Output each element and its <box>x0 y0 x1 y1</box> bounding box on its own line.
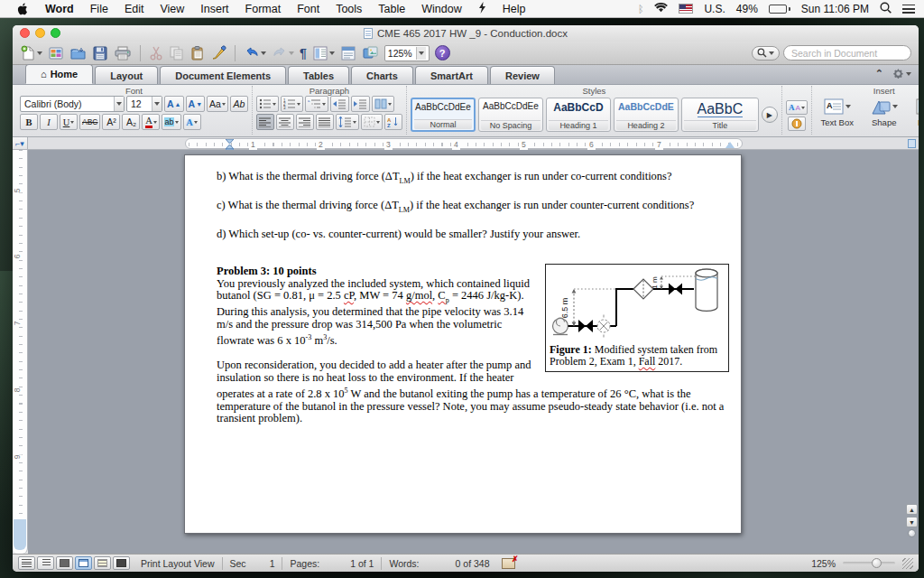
toolbar-zoom-select[interactable]: 125% <box>384 45 430 61</box>
tab-tables[interactable]: Tables <box>288 66 349 84</box>
menu-item-table[interactable]: Table <box>370 3 413 15</box>
new-document-button[interactable] <box>20 45 42 61</box>
change-styles-button[interactable]: AA <box>786 100 808 115</box>
wifi-icon[interactable] <box>654 3 668 15</box>
tab-charts[interactable]: Charts <box>351 66 413 84</box>
paste-button[interactable] <box>189 45 205 61</box>
style-no-spacing[interactable]: AaBbCcDdEe No Spacing <box>478 98 543 132</box>
style-title[interactable]: AaBbC Title <box>681 98 759 132</box>
browse-object-button[interactable] <box>908 529 916 537</box>
figure-1-box[interactable]: 6.5 m 1 m Figure 1: Modified system take… <box>545 264 729 372</box>
layout-columns-button[interactable] <box>312 45 335 61</box>
outline-view-button[interactable] <box>37 556 54 570</box>
manage-styles-button[interactable] <box>788 117 806 131</box>
font-family-caret-icon[interactable] <box>116 102 122 106</box>
increase-indent-button[interactable] <box>351 96 370 112</box>
media-browser-button[interactable] <box>362 45 379 61</box>
publishing-layout-view-button[interactable] <box>56 556 73 570</box>
scroll-up-button[interactable]: ▲ <box>906 504 918 515</box>
right-indent-marker[interactable] <box>725 142 735 148</box>
text-box-caret-icon[interactable] <box>845 105 851 108</box>
bluetooth-icon[interactable]: ᛒ <box>638 4 644 14</box>
line-spacing-button[interactable] <box>336 114 359 130</box>
align-center-button[interactable] <box>276 114 294 130</box>
menu-item-edit[interactable]: Edit <box>116 3 152 15</box>
battery-icon[interactable] <box>769 5 790 14</box>
words-label[interactable]: Words: <box>389 558 419 569</box>
copy-icon[interactable] <box>169 45 184 61</box>
search-input[interactable] <box>783 45 911 61</box>
menu-item-word[interactable]: Word <box>37 3 82 15</box>
minimize-window-button[interactable] <box>35 28 45 38</box>
font-color-button[interactable]: A <box>142 114 160 130</box>
spelling-status-icon[interactable] <box>502 558 515 569</box>
redo-button[interactable] <box>272 46 294 61</box>
change-case-button[interactable]: Aa <box>207 96 228 112</box>
styles-gallery-expand-button[interactable]: ▶ <box>762 107 778 123</box>
shrink-font-button[interactable]: A▼ <box>186 96 206 112</box>
zoom-caret-icon[interactable] <box>419 51 424 55</box>
script-menu-icon[interactable] <box>470 2 494 16</box>
document-page[interactable]: b) What is the thermal driving force (ΔT… <box>184 154 742 534</box>
undo-button[interactable] <box>244 46 266 61</box>
font-size-caret-icon[interactable] <box>154 102 160 106</box>
insert-shape-button[interactable]: Shape <box>863 97 906 127</box>
strikethrough-button[interactable]: ABC <box>79 114 100 130</box>
insert-picture-button[interactable]: Picture <box>910 97 919 127</box>
ruler-toggle-icon[interactable] <box>908 139 916 148</box>
words-value[interactable]: 0 of 348 <box>456 558 490 569</box>
sort-button[interactable]: AZ <box>384 114 402 130</box>
tab-document-elements[interactable]: Document Elements <box>160 66 286 84</box>
search-caret-icon[interactable] <box>769 51 774 55</box>
decrease-indent-button[interactable] <box>330 96 349 112</box>
menu-item-font[interactable]: Font <box>289 3 328 15</box>
clear-formatting-button[interactable]: Ab <box>230 96 248 112</box>
view-name-label[interactable]: Print Layout View <box>141 558 215 569</box>
menu-item-help[interactable]: Help <box>494 3 534 15</box>
align-right-button[interactable] <box>296 114 314 130</box>
spotlight-icon[interactable] <box>880 2 892 16</box>
tab-layout[interactable]: Layout <box>95 66 158 84</box>
tab-home[interactable]: ⌂ Home <box>25 64 93 84</box>
tab-smartart[interactable]: SmartArt <box>415 66 488 84</box>
elements-gallery-button[interactable] <box>48 45 64 61</box>
superscript-button[interactable]: A² <box>102 114 120 130</box>
document-canvas[interactable]: b) What is the thermal driving force (ΔT… <box>28 150 919 554</box>
menu-item-tools[interactable]: Tools <box>328 3 370 15</box>
scroll-down-button[interactable]: ▼ <box>906 517 918 527</box>
underline-button[interactable]: U <box>60 114 78 130</box>
grow-font-button[interactable]: A▲ <box>164 96 184 112</box>
menu-item-format[interactable]: Format <box>237 3 290 15</box>
menu-item-window[interactable]: Window <box>413 3 469 15</box>
open-button[interactable] <box>69 45 87 61</box>
print-layout-view-button[interactable] <box>75 556 92 570</box>
style-normal[interactable]: AaBbCcDdEe Normal <box>411 98 476 132</box>
notebook-layout-view-button[interactable] <box>94 556 111 570</box>
tab-stop-selector[interactable]: ⌐▾ <box>13 137 28 149</box>
tab-review[interactable]: Review <box>490 66 555 84</box>
text-effects-button[interactable]: A <box>183 114 201 130</box>
font-family-select[interactable]: Calibri (Body) <box>20 96 125 112</box>
notification-center-icon[interactable] <box>902 5 915 14</box>
print-button[interactable] <box>114 45 132 61</box>
search-scope-button[interactable] <box>752 46 780 61</box>
redo-caret-icon[interactable] <box>289 51 294 55</box>
italic-button[interactable]: I <box>40 114 58 130</box>
focus-view-button[interactable] <box>113 556 130 570</box>
align-left-button[interactable] <box>256 114 274 130</box>
apple-menu-icon[interactable] <box>9 3 37 15</box>
close-window-button[interactable] <box>20 28 30 38</box>
shape-caret-icon[interactable] <box>892 105 898 108</box>
bullets-button[interactable] <box>256 96 279 112</box>
new-document-caret-icon[interactable] <box>37 51 42 55</box>
font-size-select[interactable]: 12 <box>126 96 162 112</box>
columns-button[interactable] <box>372 96 394 112</box>
cut-icon[interactable] <box>149 45 163 61</box>
numbering-button[interactable]: 123 <box>281 96 303 112</box>
menu-clock[interactable]: Sun 11:06 PM <box>801 3 869 15</box>
ribbon-settings-button[interactable] <box>892 68 911 79</box>
style-heading-2[interactable]: AaBbCcDdE Heading 2 <box>614 98 679 132</box>
style-heading-1[interactable]: AaBbCcD Heading 1 <box>546 98 611 132</box>
show-formatting-marks-button[interactable]: ¶ <box>300 46 307 61</box>
input-source-label[interactable]: U.S. <box>704 3 725 15</box>
